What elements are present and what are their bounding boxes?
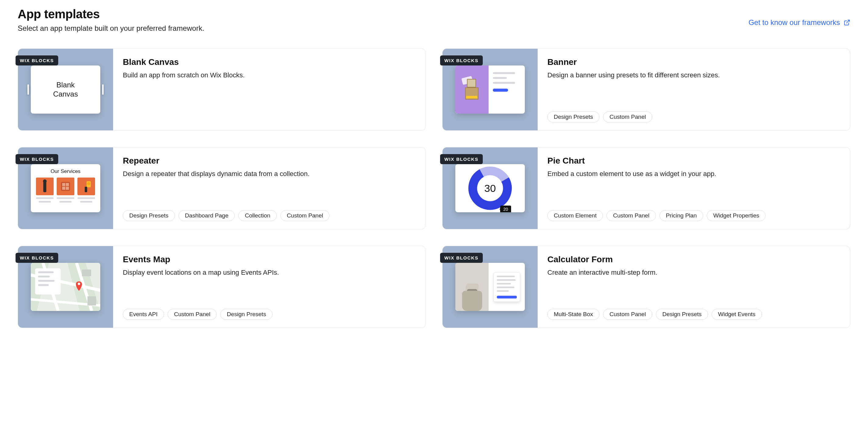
banner-skeleton [489,66,525,113]
card-description: Design a repeater that displays dynamic … [123,169,416,179]
template-card-calculator-form[interactable]: WIX BLOCKS [442,246,850,328]
external-link-icon [844,19,850,26]
tag-repeater-2: Collection [238,210,276,221]
thumb-calculator-form [455,263,525,311]
card-tags: Events APICustom PanelDesign Presets [123,309,416,320]
card-title: Banner [547,57,840,67]
header-text-block: App templates Select an app template bui… [18,7,204,33]
tag-events-map-1: Custom Panel [167,309,217,320]
card-title: Blank Canvas [123,57,416,67]
tag-calculator-form-0: Multi-State Box [547,309,599,320]
card-body: Events Map Display event locations on a … [113,246,426,328]
framework-badge: WIX BLOCKS [16,56,58,66]
tag-calculator-form-3: Widget Events [712,309,762,320]
pie-center-value: 30 [484,182,496,194]
card-description: Design a banner using presets to fit dif… [547,71,840,80]
svg-line-0 [846,20,849,23]
svg-point-3 [43,179,46,183]
thumb-banner [455,66,525,113]
card-tags: Custom ElementCustom PanelPricing PlanWi… [547,210,840,221]
card-body: Banner Design a banner using presets to … [538,49,850,130]
map-info-panel [35,268,61,295]
thumb-blank-canvas-inner: BlankCanvas [31,66,100,113]
calc-form-skeleton [493,272,520,302]
thumb-repeater: Our Services [31,164,100,212]
framework-badge: WIX BLOCKS [16,253,58,263]
svg-rect-12 [85,187,87,192]
svg-rect-24 [88,296,96,305]
thumb-events-map [31,263,100,311]
card-title: Events Map [123,255,416,264]
resize-handle-right-icon [102,84,104,95]
tag-pie-chart-3: Widget Properties [707,210,766,221]
card-tags: Design PresetsDashboard PageCollectionCu… [123,210,416,221]
card-body: Pie Chart Embed a custom element to use … [538,147,850,229]
tag-repeater-0: Design Presets [123,210,175,221]
tag-repeater-1: Dashboard Page [179,210,235,221]
tag-calculator-form-2: Design Presets [656,309,708,320]
framework-badge: WIX BLOCKS [440,253,483,263]
tag-events-map-0: Events API [123,309,164,320]
repeater-cell [36,177,54,203]
tag-pie-chart-0: Custom Element [547,210,603,221]
card-title: Repeater [123,156,416,166]
card-tags: Design PresetsCustom Panel [547,111,840,123]
banner-image-icon [455,66,489,113]
tag-banner-1: Custom Panel [603,111,652,123]
thumb-pie-chart: 30 20 [455,164,525,212]
card-title: Calculator Form [547,255,840,264]
repeater-cell [57,177,74,203]
card-body: Repeater Design a repeater that displays… [113,147,426,229]
pie-tooltip-value: 20 [500,206,511,212]
card-description: Display event locations on a map using E… [123,268,416,277]
card-tags: Multi-State BoxCustom PanelDesign Preset… [547,309,840,320]
page-title: App templates [18,7,204,21]
svg-rect-23 [82,270,91,276]
svg-point-13 [87,182,90,185]
tag-pie-chart-1: Custom Panel [607,210,656,221]
svg-rect-10 [78,177,95,195]
card-description: Embed a custom element to use as a widge… [547,169,840,179]
frameworks-link-label: Get to know our frameworks [748,18,840,27]
card-description: Build an app from scratch on Wix Blocks. [123,71,416,80]
calc-image-icon [455,263,489,311]
page-header: App templates Select an app template bui… [18,7,850,33]
framework-badge: WIX BLOCKS [16,154,58,164]
template-card-banner[interactable]: WIX BLOCKS Banner Design a banner u [442,48,850,131]
svg-rect-7 [66,183,69,186]
svg-rect-6 [62,183,65,186]
tag-events-map-2: Design Presets [220,309,273,320]
repeater-cell-image-icon [57,177,74,195]
template-card-repeater[interactable]: WIX BLOCKS Our Services Repeater Design … [18,147,426,229]
repeater-cell-image-icon [78,177,95,195]
templates-grid: WIX BLOCKS BlankCanvas Blank Canvas Buil… [18,48,850,328]
tag-pie-chart-2: Pricing Plan [659,210,703,221]
framework-badge: WIX BLOCKS [440,56,483,66]
tag-banner-0: Design Presets [547,111,599,123]
frameworks-link[interactable]: Get to know our frameworks [748,18,850,27]
svg-rect-9 [66,187,69,190]
tag-repeater-3: Custom Panel [280,210,330,221]
repeater-cell-image-icon [36,177,54,195]
card-title: Pie Chart [547,156,840,166]
repeater-thumb-title: Our Services [51,168,81,174]
resize-handle-left-icon [27,84,29,95]
page-description: Select an app template built on your pre… [18,24,204,33]
card-body: Blank Canvas Build an app from scratch o… [113,49,426,130]
template-card-pie-chart[interactable]: WIX BLOCKS 30 20 Pie Chart Embed a custo… [442,147,850,229]
tag-calculator-form-1: Custom Panel [603,309,652,320]
svg-rect-8 [62,187,65,190]
card-description: Create an interactive multi-step form. [547,268,840,277]
template-card-blank-canvas[interactable]: WIX BLOCKS BlankCanvas Blank Canvas Buil… [18,48,426,131]
repeater-cell [78,177,95,203]
svg-point-25 [78,283,80,285]
template-card-events-map[interactable]: WIX BLOCKS [18,246,426,328]
thumb-blank-canvas: BlankCanvas [27,66,104,113]
framework-badge: WIX BLOCKS [440,154,483,164]
card-body: Calculator Form Create an interactive mu… [538,246,850,328]
